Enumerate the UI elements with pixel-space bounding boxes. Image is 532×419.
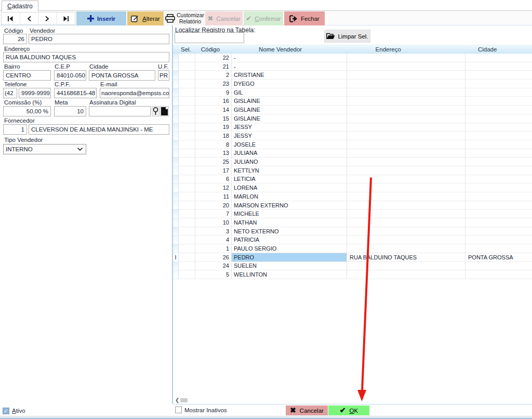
endereco-field[interactable]: RUA BALDUINO TAQUES <box>3 52 169 62</box>
tipo-vendedor-select[interactable]: INTERNO <box>3 144 86 154</box>
table-row[interactable]: 21- <box>173 62 532 71</box>
row-indicator <box>173 149 179 158</box>
folder-open-icon <box>326 33 335 40</box>
table-row[interactable]: 23DYEGO <box>173 80 532 88</box>
row-indicator <box>173 218 179 227</box>
cell-endereco <box>347 218 466 227</box>
scrollbar-thumb[interactable] <box>180 398 188 402</box>
cell-endereco <box>347 227 466 236</box>
fornecedor-codigo-field[interactable]: 1 <box>3 124 27 135</box>
cep-field[interactable]: 84010-050 <box>54 70 86 81</box>
cancelar-footer-button[interactable]: ✖ Cancelar <box>286 405 328 415</box>
header-sel[interactable]: Sel. <box>178 45 194 53</box>
cancelar-toolbar-button[interactable]: ✖ Cancelar <box>205 11 243 25</box>
vendedor-field[interactable]: PEDRO <box>29 34 169 44</box>
nav-first-button[interactable] <box>2 12 20 24</box>
table-row[interactable]: 22- <box>173 54 532 62</box>
table-row[interactable]: 12LORENA <box>173 184 532 192</box>
table-row[interactable]: 9GIL <box>173 88 532 97</box>
table-row[interactable]: 3NETO EXTERNO <box>173 227 532 236</box>
codigo-field[interactable]: 26 <box>3 34 27 44</box>
cell-nome: DYEGO <box>232 80 347 88</box>
nav-prev-button[interactable] <box>20 12 39 24</box>
cell-nome: JULIANA <box>232 149 347 158</box>
cell-endereco <box>347 235 466 244</box>
nav-last-button[interactable] <box>57 12 75 24</box>
scroll-left-icon[interactable]: ❮ <box>175 397 179 403</box>
header-nome[interactable]: Nome Vendedor <box>227 45 334 53</box>
table-row[interactable]: I26PEDRORUA BALDUINO TAQUESPONTA GROSSA <box>173 253 532 262</box>
cell-sel <box>179 227 195 236</box>
table-row[interactable]: 7MICHELE <box>173 210 532 218</box>
header-endereco[interactable]: Endereço <box>334 45 443 53</box>
table-row[interactable]: 10NATHAN <box>173 218 532 227</box>
row-indicator <box>173 270 179 279</box>
cep-label: C.E.P <box>55 63 70 70</box>
cell-sel <box>179 132 195 140</box>
limpar-sel-button[interactable]: Limpar Sel. <box>324 30 370 43</box>
row-indicator <box>173 235 179 244</box>
meta-field[interactable]: 10 <box>54 106 86 116</box>
cell-sel <box>179 218 195 227</box>
alterar-button[interactable]: Alterar <box>127 11 164 25</box>
table-row[interactable]: 14GISLAINE <box>173 106 532 114</box>
row-indicator <box>173 71 179 80</box>
table-row[interactable]: 17KETTLYN <box>173 166 532 175</box>
table-row[interactable]: 6LETICIA <box>173 175 532 184</box>
cpf-field[interactable]: 441686815-48 <box>54 88 97 98</box>
table-row[interactable]: 5WELLINTON <box>173 270 532 279</box>
email-field[interactable]: naoresponda@empsis.com. <box>100 88 169 98</box>
cell-nome: SUELEN <box>232 262 347 271</box>
cidade-field[interactable]: PONTA GROSSA <box>89 70 155 81</box>
row-indicator <box>173 166 179 175</box>
row-indicator <box>173 114 179 123</box>
cell-nome: GISLAINE <box>232 106 347 114</box>
table-row[interactable]: 18JESSY <box>173 132 532 140</box>
cell-nome: GISLAINE <box>232 97 347 106</box>
table-row[interactable]: 8JOSELE <box>173 140 532 149</box>
header-cidade[interactable]: Cidade <box>443 45 532 53</box>
cell-cidade <box>466 54 532 62</box>
cell-endereco <box>347 132 466 140</box>
table-row[interactable]: 4PATRICIA <box>173 235 532 244</box>
table-row[interactable]: 2CRISTIANE <box>173 71 532 80</box>
table-row[interactable]: 25JULIANO <box>173 158 532 166</box>
cell-cidade <box>466 184 532 192</box>
table-row[interactable]: 19JESSY <box>173 123 532 132</box>
ativo-checkbox[interactable]: ✓ <box>3 408 9 414</box>
telefone-field[interactable]: 9999-9999 <box>19 88 51 98</box>
ddd-field[interactable]: (42 <box>3 88 17 98</box>
table-row[interactable]: 20MARSON EXTERNO <box>173 201 532 210</box>
cell-endereco <box>347 97 466 106</box>
ok-button[interactable]: ✔ OK <box>328 405 369 415</box>
header-codigo[interactable]: Código <box>194 45 228 53</box>
uf-field[interactable]: PR <box>158 70 169 81</box>
assinatura-search-button[interactable] <box>152 106 159 116</box>
table-row[interactable]: 13JULIANA <box>173 149 532 158</box>
cell-codigo: 16 <box>195 97 232 106</box>
table-row[interactable]: 24SUELEN <box>173 262 532 271</box>
limpar-sel-label: Limpar Sel. <box>338 33 368 40</box>
table-row[interactable]: 16GISLAINE <box>173 97 532 106</box>
comissao-field[interactable]: 50,00 % <box>3 106 51 116</box>
table-row[interactable]: 11MARLON <box>173 192 532 201</box>
assinatura-document-button[interactable] <box>160 106 169 116</box>
horizontal-scrollbar[interactable]: ❮ <box>173 397 532 404</box>
assinatura-field[interactable] <box>89 106 151 116</box>
confirmar-button[interactable]: ✔ Confirmar <box>244 11 283 25</box>
mostrar-inativos-checkbox[interactable] <box>175 407 182 413</box>
bairro-field[interactable]: CENTRO <box>3 70 51 81</box>
first-icon <box>8 16 14 21</box>
table-row[interactable]: 15GISLAINE <box>173 114 532 123</box>
fechar-button[interactable]: Fechar <box>284 11 325 25</box>
cell-nome: WELLINTON <box>232 270 347 279</box>
customizar-relatorio-button[interactable]: Customizar Relatório <box>165 11 204 25</box>
fornecedor-nome-field[interactable]: CLEVERSON DE ALMEIDA MANJINSKI - ME <box>29 124 169 135</box>
localizar-input[interactable] <box>175 32 244 43</box>
inserir-button[interactable]: Inserir <box>76 11 126 25</box>
tab-cadastro[interactable]: Cadastro <box>2 1 38 11</box>
table-row[interactable]: 1PAULO SERGIO <box>173 244 532 253</box>
cell-codigo: 24 <box>195 262 232 271</box>
nav-next-button[interactable] <box>38 12 57 24</box>
cell-cidade <box>466 71 532 80</box>
